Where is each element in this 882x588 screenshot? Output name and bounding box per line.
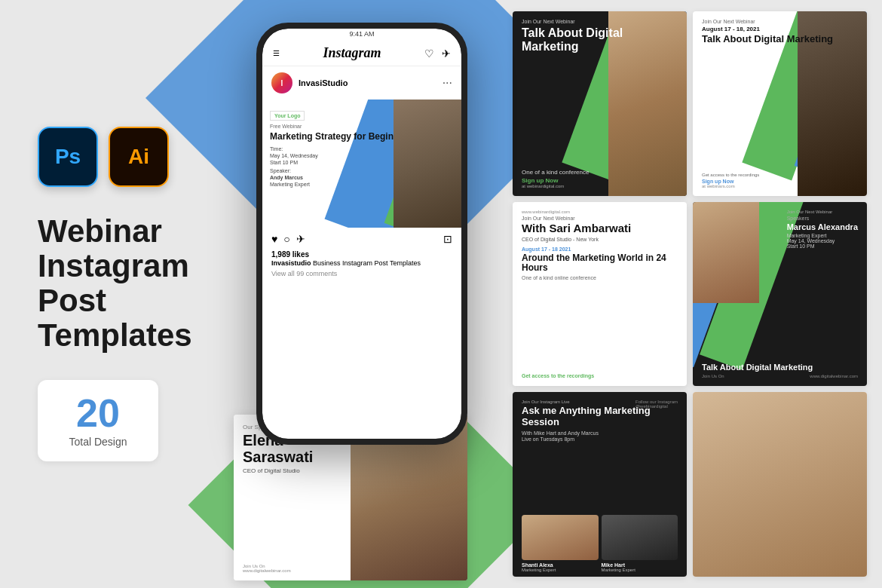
- count-number: 20: [76, 394, 120, 433]
- phone-container: 9:41 AM ☰ Instagram ♡ ✈ I InvasiStudio ·…: [241, 23, 482, 445]
- like-icon[interactable]: ♥: [271, 233, 277, 245]
- illustrator-icon: Ai: [109, 127, 169, 187]
- phone-mockup: 9:41 AM ☰ Instagram ♡ ✈ I InvasiStudio ·…: [256, 23, 467, 445]
- right-template-grid: Join Our Next Webinar Talk About Digital…: [513, 11, 867, 577]
- ig-header: ☰ Instagram ♡ ✈: [262, 39, 461, 66]
- ig-post-header: I InvasiStudio ···: [262, 66, 461, 100]
- comment-icon[interactable]: ○: [283, 233, 289, 245]
- share-icon[interactable]: ✈: [296, 233, 305, 245]
- post-card: Your Logo Free Webinar Marketing Strateg…: [262, 100, 461, 228]
- ig-comments-link[interactable]: View all 99 comments: [262, 268, 461, 279]
- template-card-2: Join Our Next Webinar August 17 - 18, 20…: [693, 11, 867, 196]
- template-card-1: Join Our Next Webinar Talk About Digital…: [513, 11, 687, 196]
- ig-logo: Instagram: [323, 45, 381, 61]
- ig-action-icons[interactable]: ♥ ○ ✈: [271, 233, 436, 245]
- card-1-content: Join Our Next Webinar Talk About Digital…: [513, 11, 687, 196]
- card-5-content: Join Our Instagram Live Ask me Anything …: [513, 392, 687, 577]
- left-panel: Ps Ai Webinar Instagram Post Templates 2…: [23, 0, 256, 588]
- phone-screen: 9:41 AM ☰ Instagram ♡ ✈ I InvasiStudio ·…: [262, 29, 461, 439]
- save-icon[interactable]: ⊡: [443, 233, 452, 245]
- post-person-photo: [394, 100, 461, 228]
- photoshop-icon: Ps: [38, 127, 98, 187]
- count-label: Total Design: [69, 436, 127, 448]
- ig-actions: ♥ ○ ✈ ⊡: [262, 228, 461, 250]
- heart-icon: ♡: [424, 47, 434, 60]
- more-icon[interactable]: ···: [443, 76, 452, 90]
- main-title: Webinar Instagram Post Templates: [38, 214, 241, 354]
- app-icons: Ps Ai: [38, 127, 241, 187]
- template-card-3: www.webinardigital.com Join Our Next Web…: [513, 202, 687, 387]
- ig-caption: Invasistudio Business Instagram Post Tem…: [262, 259, 461, 268]
- card-4-content: Join Our Next Webinar Speakers Marcus Al…: [693, 202, 867, 387]
- send-icon: ✈: [442, 47, 451, 60]
- ig-post-image: Your Logo Free Webinar Marketing Strateg…: [262, 100, 461, 228]
- card-2-title: Talk About Digital Marketing: [702, 34, 858, 45]
- card-3-content: www.webinardigital.com Join Our Next Web…: [513, 202, 687, 387]
- card-1-badge: Join Our Next Webinar: [522, 19, 678, 24]
- post-logo: Your Logo: [270, 111, 305, 121]
- status-bar: 9:41 AM: [262, 29, 461, 39]
- ig-username: InvasiStudio: [299, 78, 436, 87]
- template-card-4: Join Our Next Webinar Speakers Marcus Al…: [693, 202, 867, 387]
- ig-likes: 1,989 likes: [262, 250, 461, 259]
- card-1-title: Talk About Digital Marketing: [522, 26, 678, 53]
- avatar: I: [271, 72, 292, 93]
- template-card-6: [693, 392, 867, 577]
- card-3-title: With Sari Ambarwati: [522, 222, 678, 235]
- count-box: 20 Total Design: [38, 380, 158, 461]
- template-card-5: Join Our Instagram Live Ask me Anything …: [513, 392, 687, 577]
- ig-header-icons: ♡ ✈: [424, 47, 451, 60]
- card-2-content: Join Our Next Webinar August 17 - 18, 20…: [693, 11, 867, 196]
